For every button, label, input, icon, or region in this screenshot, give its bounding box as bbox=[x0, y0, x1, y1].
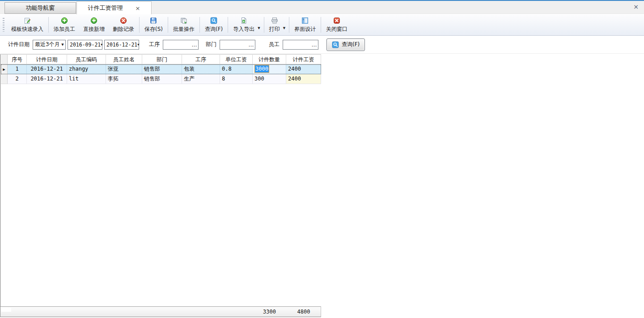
piecework-grid: 序号 计件日期 员工编码 员工姓名 部门 工序 单位工资 计件数量 计件工资 ▶… bbox=[1, 54, 321, 84]
grid-cell[interactable]: 2400 bbox=[286, 64, 321, 74]
toolbar: 模板快速录入 添加员工 直接新增 删除记录 保存(S) bbox=[0, 13, 644, 36]
grid-cell[interactable]: 8 bbox=[220, 74, 253, 84]
date-range-preset-select[interactable]: 最近3个月 ▼ bbox=[33, 40, 66, 50]
grid-cell[interactable]: 销售部 bbox=[142, 64, 182, 74]
batch-copy-icon bbox=[180, 17, 187, 24]
ellipsis-lookup-icon[interactable]: … bbox=[310, 42, 318, 47]
query-submit-button[interactable]: 查询(F) bbox=[326, 38, 365, 51]
department-filter-label: 部门 bbox=[206, 41, 216, 48]
close-window-button[interactable]: 关闭窗口 bbox=[322, 15, 352, 34]
close-window-icon bbox=[333, 17, 340, 24]
piece-wage-total: 4800 bbox=[286, 309, 321, 315]
column-header[interactable]: 员工姓名 bbox=[106, 54, 142, 64]
add-new-button[interactable]: 直接新增 bbox=[79, 15, 109, 34]
footer-corner-box bbox=[1, 308, 11, 312]
date-filter-label: 计件日期 bbox=[8, 41, 30, 48]
date-to-picker[interactable]: 2016-12-21 ▼ bbox=[104, 40, 139, 50]
grid-cell[interactable]: 2 bbox=[8, 74, 27, 84]
column-header[interactable]: 计件日期 bbox=[27, 54, 67, 64]
date-range-preset-value: 最近3个月 bbox=[35, 41, 60, 48]
grid-cell[interactable]: 包装 bbox=[182, 64, 220, 74]
print-button[interactable]: 打印 ▼ bbox=[265, 15, 288, 34]
chevron-down-icon[interactable]: ▼ bbox=[60, 43, 65, 47]
batch-operation-button[interactable]: 批量操作 bbox=[169, 15, 199, 34]
grid-cell[interactable]: 0.8 bbox=[220, 64, 253, 74]
tab-close-icon[interactable]: × bbox=[136, 5, 140, 12]
toolbar-separator bbox=[289, 17, 289, 33]
row-indicator: ▶ bbox=[1, 64, 8, 74]
toolbar-button-label: 直接新增 bbox=[83, 25, 105, 33]
toolbar-separator bbox=[321, 17, 321, 33]
column-header[interactable]: 单位工资 bbox=[220, 54, 253, 64]
grid-cell[interactable]: 销售部 bbox=[142, 74, 182, 84]
grid-cell[interactable]: lit bbox=[67, 74, 106, 84]
toolbar-button-label: 查询(F) bbox=[205, 25, 223, 33]
import-export-button[interactable]: 导入导出 ▼ bbox=[229, 15, 263, 34]
grid-cell[interactable]: 300 bbox=[253, 74, 286, 84]
toolbar-button-label: 删除记录 bbox=[113, 25, 134, 33]
grid-cell[interactable]: 2016-12-21 bbox=[27, 64, 67, 74]
department-input[interactable] bbox=[220, 41, 247, 49]
grid-cell[interactable]: 生产 bbox=[182, 74, 220, 84]
save-button[interactable]: 保存(S) bbox=[140, 15, 167, 34]
department-lookup-field: … bbox=[220, 40, 255, 50]
tab-function-navigation[interactable]: 功能导航窗 bbox=[4, 2, 76, 14]
tab-bar: 功能导航窗 计件工资管理 × × bbox=[0, 0, 644, 13]
row-indicator-header bbox=[1, 54, 8, 64]
dropdown-caret-icon[interactable]: ▼ bbox=[258, 26, 260, 30]
grid-cell[interactable]: 2400 bbox=[286, 74, 321, 84]
table-row[interactable]: 2 2016-12-21 lit 李拓 销售部 生产 8 300 2400 bbox=[1, 74, 321, 84]
save-floppy-icon bbox=[150, 17, 157, 24]
grid-cell[interactable]: 张亚 bbox=[106, 64, 142, 74]
column-header[interactable]: 工序 bbox=[182, 54, 220, 64]
process-filter-label: 工序 bbox=[149, 41, 160, 48]
toolbar-grip[interactable] bbox=[3, 18, 4, 32]
search-icon bbox=[210, 17, 217, 24]
ellipsis-lookup-icon[interactable]: … bbox=[247, 42, 255, 47]
row-indicator bbox=[1, 74, 8, 84]
column-header[interactable]: 员工编码 bbox=[67, 54, 106, 64]
chevron-down-icon[interactable]: ▼ bbox=[101, 43, 102, 47]
search-icon bbox=[332, 41, 339, 48]
employee-input[interactable] bbox=[283, 41, 310, 49]
template-quick-entry-button[interactable]: 模板快速录入 bbox=[7, 15, 47, 34]
grid-cell[interactable]: zhangy bbox=[67, 64, 106, 74]
grid-cell[interactable]: 1 bbox=[8, 64, 27, 74]
date-from-picker[interactable]: 2016-09-21 ▼ bbox=[68, 40, 102, 50]
column-header[interactable]: 序号 bbox=[8, 54, 27, 64]
toolbar-separator bbox=[199, 17, 200, 33]
table-row[interactable]: ▶ 1 2016-12-21 zhangy 张亚 销售部 包装 0.8 3000… bbox=[1, 64, 321, 74]
ui-design-button[interactable]: 界面设计 bbox=[290, 15, 320, 34]
delete-record-button[interactable]: 删除记录 bbox=[109, 15, 138, 34]
window-close-icon[interactable]: × bbox=[633, 4, 639, 10]
date-to-value: 2016-12-21 bbox=[106, 42, 137, 48]
date-from-value: 2016-09-21 bbox=[70, 42, 101, 48]
employee-filter-label: 员工 bbox=[269, 41, 280, 48]
add-employee-button[interactable]: 添加员工 bbox=[50, 15, 79, 34]
toolbar-separator bbox=[139, 17, 140, 33]
toolbar-separator bbox=[228, 17, 228, 33]
add-circle-icon bbox=[61, 17, 68, 24]
grid-cell[interactable]: 2016-12-21 bbox=[27, 74, 67, 84]
grid-summary-footer: 3300 4800 bbox=[0, 306, 321, 317]
ellipsis-lookup-icon[interactable]: … bbox=[191, 42, 198, 47]
dropdown-caret-icon[interactable]: ▼ bbox=[283, 26, 285, 30]
grid-area: 序号 计件日期 员工编码 员工姓名 部门 工序 单位工资 计件数量 计件工资 ▶… bbox=[0, 54, 644, 318]
edit-selection[interactable]: 3000 bbox=[254, 65, 269, 73]
column-header[interactable]: 计件工资 bbox=[286, 54, 321, 64]
grid-left-border bbox=[0, 54, 1, 317]
chevron-down-icon[interactable]: ▼ bbox=[137, 43, 139, 47]
add-circle-icon bbox=[90, 17, 97, 24]
piece-qty-total: 3300 bbox=[253, 309, 286, 315]
process-input[interactable] bbox=[163, 41, 191, 49]
layout-design-icon bbox=[301, 17, 309, 24]
column-header[interactable]: 部门 bbox=[142, 54, 182, 64]
query-button[interactable]: 查询(F) bbox=[201, 15, 227, 34]
column-header[interactable]: 计件数量 bbox=[253, 54, 286, 64]
grid-cell-editing[interactable]: 3000 bbox=[253, 64, 286, 74]
tab-piecework-wage-management[interactable]: 计件工资管理 × bbox=[76, 1, 152, 14]
toolbar-button-label: 添加员工 bbox=[54, 25, 75, 33]
app-window: 功能导航窗 计件工资管理 × × 模板快速录入 添加员工 直接新增 bbox=[0, 0, 644, 318]
toolbar-button-label: 模板快速录入 bbox=[11, 25, 43, 33]
grid-cell[interactable]: 李拓 bbox=[106, 74, 142, 84]
